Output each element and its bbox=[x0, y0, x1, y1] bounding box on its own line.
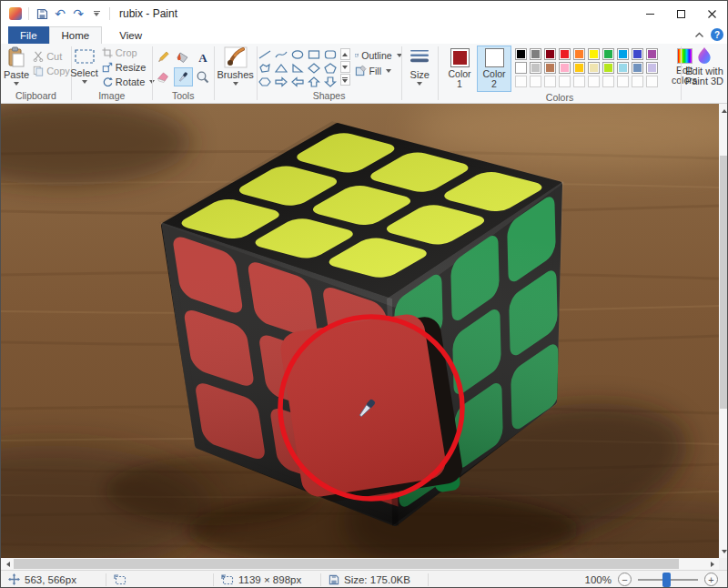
palette-swatch[interactable] bbox=[602, 48, 614, 60]
magnifier-tool-button[interactable] bbox=[194, 67, 213, 86]
triangle-right-icon bbox=[711, 562, 714, 567]
maximize-button[interactable] bbox=[665, 1, 696, 26]
triangle-down-icon bbox=[342, 66, 348, 69]
fill-icon bbox=[355, 65, 367, 76]
eyedropper-icon bbox=[176, 70, 190, 85]
eyedropper-tool-button[interactable] bbox=[174, 67, 193, 86]
resize-button[interactable]: Resize bbox=[102, 60, 155, 75]
tab-view[interactable]: View bbox=[107, 26, 154, 44]
palette-swatch[interactable] bbox=[544, 62, 556, 74]
crop-button[interactable]: Crop bbox=[102, 46, 155, 60]
fill-button[interactable]: Fill bbox=[355, 65, 402, 76]
shapes-scroll-up-button[interactable] bbox=[340, 48, 350, 60]
scroll-down-button[interactable] bbox=[719, 546, 728, 556]
palette-swatch[interactable] bbox=[559, 62, 571, 74]
shape-ellipse-button[interactable] bbox=[289, 47, 306, 61]
tab-file[interactable]: File bbox=[8, 26, 49, 44]
shape-pentagon-button[interactable] bbox=[322, 61, 339, 75]
eraser-tool-button[interactable] bbox=[154, 67, 173, 86]
copy-button[interactable]: Copy bbox=[33, 64, 70, 78]
palette-swatch[interactable] bbox=[515, 62, 527, 74]
drawing-canvas[interactable] bbox=[1, 104, 719, 558]
color1-button[interactable]: Color 1 bbox=[442, 46, 477, 92]
palette-swatch[interactable] bbox=[617, 62, 629, 74]
size-button[interactable]: Size bbox=[407, 46, 432, 86]
shapes-gallery bbox=[257, 47, 339, 88]
scroll-left-button[interactable] bbox=[3, 559, 13, 569]
shape-rounded-rectangle-button[interactable] bbox=[322, 47, 339, 61]
outline-button[interactable]: Outline bbox=[355, 49, 402, 61]
palette-swatch-empty[interactable] bbox=[544, 76, 556, 87]
zoom-out-button[interactable]: − bbox=[618, 573, 632, 586]
color2-button[interactable]: Color 2 bbox=[477, 46, 511, 92]
palette-swatch-empty[interactable] bbox=[617, 76, 629, 87]
palette-swatch[interactable] bbox=[632, 62, 643, 74]
palette-swatch[interactable] bbox=[617, 48, 629, 60]
palette-swatch[interactable] bbox=[515, 48, 527, 60]
palette-swatch-empty[interactable] bbox=[515, 76, 527, 87]
palette-swatch[interactable] bbox=[530, 62, 541, 74]
zoom-in-button[interactable]: + bbox=[704, 573, 718, 586]
zoom-slider[interactable] bbox=[638, 579, 698, 581]
shape-rectangle-button[interactable] bbox=[306, 47, 322, 61]
horizontal-scroll-thumb[interactable] bbox=[14, 559, 679, 569]
palette-swatch[interactable] bbox=[559, 48, 571, 60]
shape-up-arrow-button[interactable] bbox=[306, 75, 322, 88]
paste-button[interactable]: Paste bbox=[2, 46, 31, 86]
text-tool-button[interactable]: A bbox=[194, 47, 213, 66]
vertical-scroll-thumb[interactable] bbox=[720, 156, 728, 409]
shape-down-arrow-button[interactable] bbox=[322, 75, 339, 88]
ribbon: Paste Cut bbox=[1, 44, 727, 104]
undo-button[interactable]: ↶ bbox=[51, 5, 69, 23]
palette-swatch-empty[interactable] bbox=[588, 76, 600, 87]
rotate-button[interactable]: Rotate bbox=[102, 75, 155, 89]
brushes-button[interactable]: Brushes bbox=[215, 46, 255, 86]
palette-swatch[interactable] bbox=[588, 48, 600, 60]
palette-swatch[interactable] bbox=[632, 48, 643, 60]
palette-swatch[interactable] bbox=[646, 62, 658, 74]
palette-swatch-empty[interactable] bbox=[632, 76, 643, 87]
shape-polygon-button[interactable] bbox=[257, 61, 273, 75]
cut-button[interactable]: Cut bbox=[33, 49, 70, 64]
customize-quick-access-button[interactable] bbox=[87, 5, 106, 23]
palette-swatch[interactable] bbox=[530, 48, 541, 60]
palette-swatch[interactable] bbox=[602, 62, 614, 74]
shape-curve-button[interactable] bbox=[273, 47, 289, 61]
shapes-scroll-down-button[interactable] bbox=[340, 61, 350, 73]
palette-swatch[interactable] bbox=[646, 48, 658, 60]
select-button[interactable]: Select bbox=[68, 46, 100, 85]
shape-right-triangle-button[interactable] bbox=[289, 61, 306, 75]
palette-swatch[interactable] bbox=[588, 62, 600, 74]
tab-home[interactable]: Home bbox=[49, 26, 103, 44]
horizontal-scrollbar[interactable] bbox=[1, 558, 719, 570]
close-button[interactable] bbox=[696, 1, 727, 26]
palette-swatch-empty[interactable] bbox=[530, 76, 541, 87]
pencil-tool-button[interactable] bbox=[154, 47, 173, 66]
scroll-right-button[interactable] bbox=[707, 559, 717, 569]
save-button[interactable] bbox=[33, 5, 51, 23]
shape-hexagon-button[interactable] bbox=[257, 75, 273, 88]
zoom-slider-thumb[interactable] bbox=[662, 573, 671, 587]
vertical-scrollbar[interactable] bbox=[719, 104, 728, 558]
shape-line-button[interactable] bbox=[257, 47, 273, 61]
palette-swatch[interactable] bbox=[544, 48, 556, 60]
palette-swatch-empty[interactable] bbox=[559, 76, 571, 87]
collapse-ribbon-button[interactable] bbox=[694, 32, 704, 38]
help-button[interactable]: ? bbox=[711, 28, 723, 41]
fill-tool-button[interactable] bbox=[174, 47, 193, 66]
scroll-up-button[interactable] bbox=[719, 106, 728, 116]
redo-button[interactable]: ↷ bbox=[69, 5, 87, 23]
minimize-button[interactable] bbox=[634, 1, 665, 26]
palette-swatch-empty[interactable] bbox=[573, 76, 585, 87]
palette-swatch-empty[interactable] bbox=[602, 76, 614, 87]
edit-with-paint3d-button[interactable]: Edit with Paint 3D bbox=[682, 46, 726, 87]
shapes-group-label: Shapes bbox=[258, 90, 401, 103]
shape-triangle-button[interactable] bbox=[273, 61, 289, 75]
shapes-more-button[interactable] bbox=[340, 74, 350, 86]
shape-left-arrow-button[interactable] bbox=[289, 75, 306, 88]
palette-swatch[interactable] bbox=[573, 48, 585, 60]
shape-right-arrow-button[interactable] bbox=[273, 75, 289, 88]
shape-diamond-button[interactable] bbox=[306, 61, 322, 75]
palette-swatch[interactable] bbox=[573, 62, 585, 74]
palette-swatch-empty[interactable] bbox=[646, 76, 658, 87]
